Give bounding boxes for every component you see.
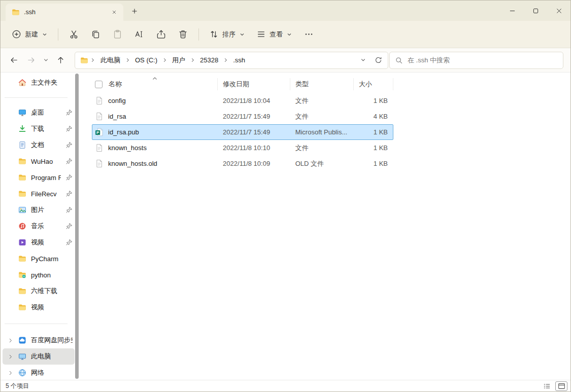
sidebar-item[interactable]: 文档	[3, 137, 75, 153]
file-name-cell: Pid_rsa.pub	[92, 128, 218, 136]
paste-button[interactable]	[107, 25, 128, 43]
sidebar-item[interactable]: 网络	[3, 365, 75, 380]
pin-icon	[65, 190, 73, 197]
command-toolbar: 新建 排序 查看	[1, 21, 570, 48]
folder-icon	[80, 56, 88, 64]
file-date: 2022/11/7 15:49	[218, 113, 290, 120]
column-header-name-label: 名称	[109, 80, 122, 89]
share-button[interactable]	[151, 25, 172, 43]
file-row[interactable]: Pid_rsa.pub2022/11/7 15:49Microsoft Publ…	[92, 124, 393, 140]
address-dropdown-button[interactable]	[355, 53, 371, 67]
delete-button[interactable]	[173, 25, 193, 43]
file-name: known_hosts	[108, 144, 147, 152]
recent-locations-button[interactable]	[40, 52, 51, 68]
file-row[interactable]: id_rsa2022/11/7 15:49文件4 KB	[92, 109, 393, 124]
breadcrumb-item[interactable]: 用户	[169, 54, 189, 67]
file-date: 2022/11/7 15:49	[218, 128, 290, 136]
view-icon	[256, 29, 266, 39]
file-type: OLD 文件	[290, 159, 354, 168]
folder-icon	[18, 190, 26, 198]
folder-icon	[12, 8, 20, 16]
column-header-type[interactable]: 类型	[290, 78, 354, 90]
sidebar-item-label: 主文件夹	[31, 78, 73, 87]
file-size: 1 KB	[353, 97, 393, 104]
details-view-button[interactable]	[541, 381, 553, 391]
address-bar-controls	[355, 53, 386, 67]
search-icon	[395, 56, 403, 64]
breadcrumb-item[interactable]: .ssh	[229, 54, 249, 66]
breadcrumb: 此电脑OS (C:)用户25328.ssh	[97, 54, 354, 67]
sidebar-item[interactable]: 桌面	[3, 104, 75, 121]
close-button[interactable]	[547, 1, 570, 21]
plus-circle-icon	[12, 29, 21, 39]
sidebar-item[interactable]: Program Fil	[3, 169, 75, 186]
file-row[interactable]: known_hosts2022/11/8 10:10文件1 KB	[92, 140, 393, 156]
tab-close-icon[interactable]	[109, 7, 119, 17]
more-options-button[interactable]	[298, 25, 319, 43]
sidebar-item[interactable]: python	[3, 267, 75, 283]
maximize-button[interactable]	[524, 1, 547, 21]
sidebar-item[interactable]: 六维下载	[3, 283, 75, 299]
select-all-checkbox[interactable]	[95, 81, 103, 88]
sidebar-item[interactable]: 图片	[3, 202, 75, 218]
column-header-date[interactable]: 修改日期	[218, 78, 290, 90]
sidebar-item[interactable]: 音乐	[3, 218, 75, 234]
explorer-tab[interactable]: .ssh	[6, 4, 123, 21]
view-toggles	[541, 381, 567, 391]
folder-icon	[18, 157, 26, 165]
file-row[interactable]: config2022/11/8 10:04文件1 KB	[92, 93, 393, 109]
sidebar-divider	[5, 97, 68, 98]
pin-icon	[65, 109, 73, 116]
file-icon	[95, 112, 104, 121]
file-row[interactable]: known_hosts.old2022/11/8 10:09OLD 文件1 KB	[92, 156, 393, 171]
address-bar[interactable]: 此电脑OS (C:)用户25328.ssh	[75, 52, 388, 69]
column-header-size[interactable]: 大小	[354, 78, 393, 90]
sidebar-item[interactable]: 下载	[3, 121, 75, 137]
search-input[interactable]	[408, 56, 558, 64]
breadcrumb-item[interactable]: 25328	[196, 54, 222, 66]
file-type: 文件	[290, 112, 354, 121]
new-tab-button[interactable]	[127, 4, 142, 18]
sidebar-item[interactable]: 主文件夹	[3, 75, 75, 91]
breadcrumb-item[interactable]: OS (C:)	[131, 54, 161, 66]
sidebar-item-label: 网络	[31, 368, 73, 377]
file-name: id_rsa	[108, 113, 126, 120]
back-button[interactable]	[6, 52, 22, 68]
explorer-body: 主文件夹桌面下载文档WuHaoProgram FilFileRecv图片音乐视频…	[1, 73, 570, 380]
rename-button[interactable]	[129, 25, 150, 43]
sidebar-item[interactable]: 视频	[3, 234, 75, 251]
sidebar-item[interactable]: FileRecv	[3, 186, 75, 202]
sidebar-item[interactable]: PyCharm	[3, 251, 75, 267]
file-explorer-window: .ssh 新建 排序 查看	[0, 0, 571, 392]
large-thumbnails-view-button[interactable]	[555, 381, 567, 391]
copy-button[interactable]	[85, 25, 106, 43]
cut-button[interactable]	[63, 25, 84, 43]
file-size: 1 KB	[353, 144, 393, 152]
forward-button[interactable]	[23, 52, 39, 68]
refresh-button[interactable]	[371, 53, 386, 67]
copy-icon	[91, 29, 100, 39]
sidebar-item[interactable]: 此电脑	[3, 348, 75, 365]
sidebar-item-label: FileRecv	[31, 190, 61, 198]
up-button[interactable]	[52, 52, 69, 68]
file-date: 2022/11/8 10:10	[218, 144, 290, 152]
sidebar-item-label: Program Fil	[31, 174, 61, 182]
scrollbar-thumb[interactable]	[75, 74, 79, 379]
view-button[interactable]: 查看	[251, 25, 297, 43]
sidebar-item[interactable]: WuHao	[3, 153, 75, 169]
sidebar-item[interactable]: 百度网盘同步空	[3, 332, 75, 348]
sidebar-divider	[5, 324, 68, 324]
breadcrumb-item[interactable]: 此电脑	[97, 54, 124, 67]
chevron-right-icon	[222, 57, 229, 63]
sidebar-scrollbar[interactable]	[75, 74, 79, 379]
window-controls	[500, 1, 570, 21]
sort-button[interactable]: 排序	[204, 25, 250, 43]
sidebar-item[interactable]: 视频	[3, 299, 75, 315]
minimize-button[interactable]	[500, 1, 524, 21]
navigation-bar: 此电脑OS (C:)用户25328.ssh	[1, 48, 570, 73]
view-button-label: 查看	[270, 30, 283, 39]
toolbar-actions	[63, 25, 193, 43]
file-date: 2022/11/8 10:04	[218, 97, 290, 104]
chevron-down-icon	[42, 31, 48, 38]
new-button[interactable]: 新建	[7, 25, 53, 43]
